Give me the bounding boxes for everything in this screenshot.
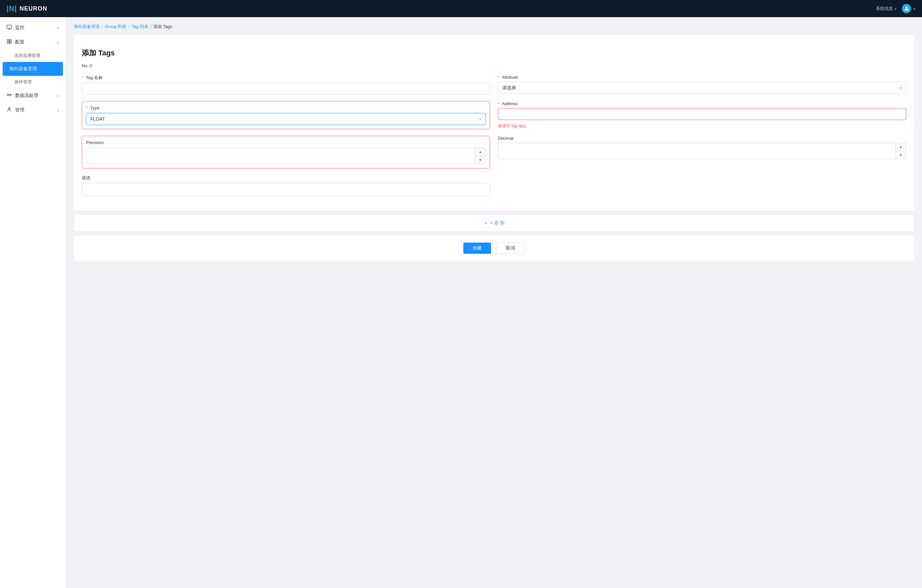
avatar [902,4,911,13]
chevron-icon: ∨ [57,94,59,98]
decimal-decrement-button[interactable]: ▼ [896,151,906,159]
header: |N| NEURON 系统信息 ∨ ∨ [0,0,922,17]
user-menu[interactable]: ∨ [902,4,915,13]
address-error-msg: 请填写 Tag 地址 [498,123,906,129]
form-row-1: * Tag 名称 * Attribute 请选择 [82,75,906,95]
attribute-required: * [498,75,500,80]
tag-name-required: * [82,75,83,80]
chevron-icon: ∨ [57,26,59,29]
svg-rect-1 [7,25,11,28]
sidebar-label-monitor: 监控 [15,25,25,31]
tag-name-label: * Tag 名称 [82,75,490,81]
precision-decrement-button[interactable]: ▼ [475,156,486,164]
attribute-label-text: Attribute [502,75,518,80]
attribute-label: * Attribute [498,75,906,80]
sidebar-item-config[interactable]: 配置 ∧ [0,35,65,49]
sidebar-item-manage[interactable]: 管理 ∨ [0,103,65,118]
app-body: 监控 ∨ 配置 ∧ 北向应用管理 南向设备管理 插件管理 [0,17,922,588]
chevron-down-icon: ∨ [894,7,897,11]
svg-rect-3 [10,39,11,41]
breadcrumb: 南向设备管理 / Group 列表 / Tag 列表 / 添加 Tags [74,24,914,29]
breadcrumb-sep-3: / [150,24,152,29]
sidebar-item-dataflow[interactable]: 数据流处理 ∨ [0,88,65,103]
main-card: 添加 Tags No: 0 * Tag 名称 * Attribute [74,35,914,211]
precision-increment-button[interactable]: ▲ [475,148,486,156]
main-content: 南向设备管理 / Group 列表 / Tag 列表 / 添加 Tags 添加 … [66,17,922,588]
tag-name-input[interactable] [82,83,490,95]
logo-text: NEURON [20,5,47,12]
description-input[interactable] [82,183,490,196]
page-title: 添加 Tags [82,43,906,63]
breadcrumb-sep-1: / [101,24,103,29]
sidebar-item-plugin[interactable]: 插件管理 [0,76,65,88]
type-select-wrapper: FLOAT [86,113,486,125]
precision-input[interactable] [86,148,486,164]
form-group-attribute: * Attribute 请选择 [498,75,906,95]
header-right: 系统信息 ∨ ∨ [876,4,915,13]
sidebar-label-manage: 管理 [15,107,25,113]
chevron-icon: ∧ [57,41,59,44]
form-group-address: * Address 请填写 Tag 地址 [498,101,906,129]
config-icon [7,39,12,46]
form-group-description: 描述 [82,175,490,196]
sys-info-button[interactable]: 系统信息 ∨ [876,6,897,11]
type-field-highlight: * Type FLOAT [82,101,490,129]
decimal-spinner-btns: ▲ ▼ [895,143,906,159]
breadcrumb-sep-2: / [128,24,129,29]
sidebar-label-south-device: 南向设备管理 [9,66,37,72]
form-group-tag-name: * Tag 名称 [82,75,490,95]
monitor-icon [7,24,12,31]
address-label-text: Address [502,101,518,106]
sidebar-label-north-app: 北向应用管理 [15,53,40,58]
form-group-type: * Type FLOAT [82,101,490,129]
form-group-decimal: Decimal ▲ ▼ [498,136,906,168]
sidebar-label-config: 配置 [15,39,25,45]
precision-field-highlight: Precision ▲ ▼ [82,136,490,168]
add-icon: ＋ [484,220,488,226]
add-row[interactable]: ＋ + 添 加 [74,215,914,232]
cancel-button[interactable]: 取消 [496,242,525,254]
type-select[interactable]: FLOAT [86,113,486,125]
chevron-down-icon: ∨ [913,7,915,11]
svg-rect-2 [7,39,9,41]
action-row: 创建 取消 [74,236,914,261]
decimal-increment-button[interactable]: ▲ [896,143,906,151]
form-group-precision: Precision ▲ ▼ [82,136,490,168]
tag-name-label-text: Tag 名称 [86,75,103,80]
logo: |N| NEURON [7,4,47,13]
breadcrumb-add-tags: 添加 Tags [153,24,172,29]
decimal-input[interactable] [498,143,906,159]
svg-rect-4 [7,42,9,44]
chevron-icon: ∨ [57,108,59,112]
add-button-label: + 添 加 [490,220,505,226]
create-button[interactable]: 创建 [463,243,491,254]
dataflow-icon [7,92,12,99]
svg-rect-5 [10,42,11,44]
sidebar-label-plugin: 插件管理 [15,79,32,84]
logo-icon: |N| [7,4,17,13]
manage-icon [7,107,12,113]
precision-label: Precision [86,140,486,145]
precision-spinner-btns: ▲ ▼ [475,148,486,164]
sys-info-label: 系统信息 [876,6,893,11]
svg-point-0 [906,7,907,8]
address-input[interactable] [498,108,906,120]
sidebar-item-north-app[interactable]: 北向应用管理 [0,49,65,62]
type-required: * [86,106,88,110]
form-row-4: 描述 [82,175,906,196]
sidebar-item-monitor[interactable]: 监控 ∨ [0,20,65,35]
sidebar: 监控 ∨ 配置 ∧ 北向应用管理 南向设备管理 插件管理 [0,17,66,588]
attribute-select[interactable]: 请选择 [498,82,906,94]
sidebar-item-south-device[interactable]: 南向设备管理 [3,62,63,76]
attribute-select-wrapper: 请选择 [498,82,906,94]
breadcrumb-group-list[interactable]: Group 列表 [105,24,127,29]
sidebar-label-dataflow: 数据流处理 [15,93,38,98]
no-label: No: 0 [82,63,906,68]
description-label: 描述 [82,175,490,181]
address-label: * Address [498,101,906,106]
decimal-spinner-wrapper: ▲ ▼ [498,143,906,159]
form-row-2: * Type FLOAT * Address [82,101,906,129]
form-row-3: Precision ▲ ▼ Decimal [82,136,906,168]
breadcrumb-tag-list[interactable]: Tag 列表 [132,24,149,29]
breadcrumb-south-device[interactable]: 南向设备管理 [74,24,100,29]
